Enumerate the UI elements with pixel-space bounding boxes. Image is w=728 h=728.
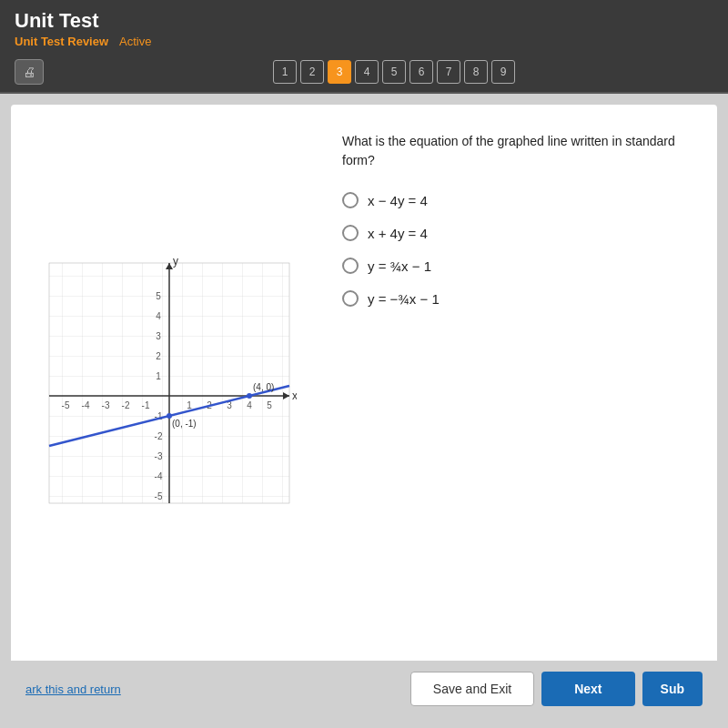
option-label-d: y = −¾x − 1 xyxy=(368,291,440,307)
svg-text:-5: -5 xyxy=(155,491,163,501)
svg-text:5: 5 xyxy=(156,291,161,301)
svg-text:x: x xyxy=(292,389,297,402)
page-number-5[interactable]: 5 xyxy=(382,60,406,84)
bottom-bar: ark this and return Save and Exit Next S… xyxy=(11,661,717,717)
radio-c[interactable] xyxy=(342,258,359,274)
svg-text:4: 4 xyxy=(247,400,252,410)
svg-text:4: 4 xyxy=(156,311,161,321)
svg-text:1: 1 xyxy=(156,371,161,381)
svg-text:(4, 0): (4, 0) xyxy=(253,382,274,392)
svg-text:-2: -2 xyxy=(155,431,163,441)
active-badge: Active xyxy=(119,35,151,48)
option-a[interactable]: x − 4y = 4 xyxy=(342,192,677,208)
toolbar-row: 🖨 123456789 xyxy=(0,56,728,94)
option-label-c: y = ¾x − 1 xyxy=(368,258,431,274)
main-content: x y -5 -4 -3 -2 -1 1 2 3 4 5 5 4 3 2 1 xyxy=(0,94,728,728)
svg-text:-4: -4 xyxy=(155,471,163,481)
pagination: 123456789 xyxy=(273,60,515,84)
mark-return-link[interactable]: ark this and return xyxy=(25,682,121,696)
svg-text:-1: -1 xyxy=(142,400,150,410)
svg-point-32 xyxy=(167,413,172,419)
page-number-3[interactable]: 3 xyxy=(328,60,351,84)
content-area: x y -5 -4 -3 -2 -1 1 2 3 4 5 5 4 3 2 1 xyxy=(11,105,717,661)
page-title: Unit Test xyxy=(15,9,713,33)
svg-text:-5: -5 xyxy=(62,400,70,410)
page-number-8[interactable]: 8 xyxy=(464,60,488,84)
review-label: Unit Test Review xyxy=(15,35,108,48)
print-button[interactable]: 🖨 xyxy=(15,59,44,85)
subtitle-row: Unit Test Review Active xyxy=(15,35,713,48)
svg-text:2: 2 xyxy=(156,351,161,361)
graph-svg: x y -5 -4 -3 -2 -1 1 2 3 4 5 5 4 3 2 1 xyxy=(42,256,297,511)
next-button[interactable]: Next xyxy=(541,672,634,706)
option-d[interactable]: y = −¾x − 1 xyxy=(342,290,677,307)
page-number-1[interactable]: 1 xyxy=(273,60,297,84)
save-exit-button[interactable]: Save and Exit xyxy=(410,672,534,706)
svg-text:y: y xyxy=(173,256,178,268)
svg-text:1: 1 xyxy=(187,400,192,410)
top-bar: Unit Test Unit Test Review Active xyxy=(0,0,728,56)
page-number-7[interactable]: 7 xyxy=(437,60,460,84)
options-list: x − 4y = 4x + 4y = 4y = ¾x − 1y = −¾x − … xyxy=(342,192,677,307)
radio-d[interactable] xyxy=(342,290,359,307)
page-number-6[interactable]: 6 xyxy=(410,60,433,84)
radio-a[interactable] xyxy=(342,192,359,208)
option-b[interactable]: x + 4y = 4 xyxy=(342,225,677,241)
svg-text:5: 5 xyxy=(267,400,272,410)
svg-text:-3: -3 xyxy=(102,400,110,410)
svg-text:-2: -2 xyxy=(122,400,130,410)
radio-b[interactable] xyxy=(342,225,359,241)
page-number-9[interactable]: 9 xyxy=(491,60,515,84)
option-label-a: x − 4y = 4 xyxy=(368,193,428,208)
svg-text:(0, -1): (0, -1) xyxy=(172,419,197,429)
svg-text:-3: -3 xyxy=(155,451,163,461)
question-area: What is the equation of the graphed line… xyxy=(324,123,695,642)
svg-text:3: 3 xyxy=(156,331,161,341)
question-text: What is the equation of the graphed line… xyxy=(342,132,677,170)
svg-text:-4: -4 xyxy=(82,400,90,410)
svg-point-31 xyxy=(247,393,252,399)
option-label-b: x + 4y = 4 xyxy=(368,226,428,241)
bottom-buttons: Save and Exit Next Sub xyxy=(410,672,703,706)
page-number-4[interactable]: 4 xyxy=(355,60,379,84)
option-c[interactable]: y = ¾x − 1 xyxy=(342,258,677,274)
page-number-2[interactable]: 2 xyxy=(300,60,324,84)
submit-button[interactable]: Sub xyxy=(642,672,703,706)
graph-container: x y -5 -4 -3 -2 -1 1 2 3 4 5 5 4 3 2 1 xyxy=(33,123,306,642)
